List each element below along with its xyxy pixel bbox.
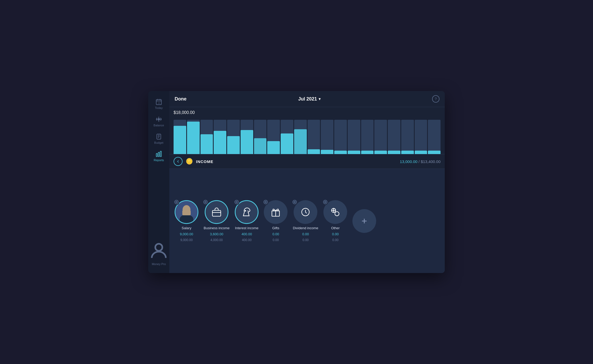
category-value-other: 0.00 xyxy=(332,232,339,236)
category-budget-salary: 9,000.00 xyxy=(180,238,193,242)
category-item-business-income[interactable]: Business income3,600.004,000.00 xyxy=(204,200,229,242)
close-circle-icon xyxy=(263,200,268,204)
category-item-other[interactable]: Other0.000.00 xyxy=(323,200,347,242)
svg-rect-4 xyxy=(156,154,157,157)
category-name-other: Other xyxy=(331,226,340,230)
done-button[interactable]: Done xyxy=(175,96,186,102)
month-selector[interactable]: Jul 2021 ▾ xyxy=(298,96,320,102)
bar-group xyxy=(308,120,320,154)
category-item-dividend-income[interactable]: Dividend income0.000.00 xyxy=(293,200,318,242)
svg-rect-3 xyxy=(157,134,161,139)
bar-group xyxy=(214,120,226,154)
income-label: INCOME xyxy=(196,159,213,164)
sidebar-balance-label: Balance xyxy=(154,124,164,127)
sidebar-item-today[interactable]: 21 Today xyxy=(148,95,169,113)
header: Done Jul 2021 ▾ ? xyxy=(169,91,445,107)
coins-icon xyxy=(330,207,341,218)
income-current: 13,000.00 xyxy=(400,159,418,164)
close-circle-icon xyxy=(174,200,179,204)
plus-icon xyxy=(360,217,368,225)
sidebar-today-label: Today xyxy=(155,106,162,109)
close-circle-icon xyxy=(203,200,208,204)
sidebar-item-balance[interactable]: Balance xyxy=(148,113,169,130)
category-name-salary: Salary xyxy=(182,226,192,230)
svg-text:21: 21 xyxy=(158,102,160,104)
category-budget-dividend-income: 0.00 xyxy=(303,238,309,242)
close-circle-icon xyxy=(234,200,239,204)
bar-group xyxy=(348,120,360,154)
remove-button-dividend-income[interactable] xyxy=(292,199,298,205)
income-section: 🪙 INCOME 13,000.00 / $13,400.00 xyxy=(169,154,445,169)
sidebar-item-moneypro[interactable]: Money Pro xyxy=(148,237,169,269)
remove-button-business-income[interactable] xyxy=(203,199,208,205)
close-circle-icon xyxy=(292,200,297,204)
remove-button-interest-income[interactable] xyxy=(234,199,240,205)
sidebar-budget-label: Budget xyxy=(154,141,164,144)
category-item-interest-income[interactable]: Interest income400.00400.00 xyxy=(235,200,259,242)
category-budget-gifts: 0.00 xyxy=(273,238,279,242)
add-category-button[interactable] xyxy=(352,209,376,233)
remove-button-gifts[interactable] xyxy=(263,199,269,205)
moneypro-label: Money Pro xyxy=(152,262,166,266)
category-value-gifts: 0.00 xyxy=(272,232,279,236)
person-icon xyxy=(148,240,169,261)
reports-icon xyxy=(155,151,162,157)
bar-group xyxy=(415,120,427,154)
bar-group xyxy=(374,120,387,154)
svg-rect-6 xyxy=(160,151,161,157)
category-item-gifts[interactable]: Gifts0.000.00 xyxy=(264,200,288,242)
chart-area: $18,000.00 xyxy=(169,107,445,154)
svg-point-16 xyxy=(245,210,246,211)
remove-button-salary[interactable] xyxy=(174,199,179,205)
category-circle-dividend-income[interactable] xyxy=(294,200,317,224)
help-button[interactable]: ? xyxy=(432,95,439,103)
back-button[interactable] xyxy=(174,157,183,166)
income-icon: 🪙 xyxy=(186,158,193,165)
sidebar-reports-label: Reports xyxy=(154,159,164,162)
svg-rect-5 xyxy=(158,152,159,157)
piggy-icon xyxy=(241,207,252,218)
clock-icon xyxy=(300,207,311,218)
balance-icon xyxy=(155,116,162,123)
bar-group xyxy=(187,120,200,154)
category-value-dividend-income: 0.00 xyxy=(302,232,309,236)
category-circle-business-income[interactable] xyxy=(205,200,228,224)
bar-group xyxy=(174,120,186,154)
income-amounts: 13,000.00 / $13,400.00 xyxy=(400,159,441,164)
category-item-salary[interactable]: Salary9,000.009,000.00 xyxy=(175,200,198,242)
income-separator: / xyxy=(417,159,421,164)
category-budget-interest-income: 400.00 xyxy=(242,238,252,242)
category-name-gifts: Gifts xyxy=(272,226,279,230)
remove-button-other[interactable] xyxy=(322,199,328,205)
bar-group xyxy=(334,120,347,154)
help-icon: ? xyxy=(435,97,437,101)
chart-bars xyxy=(174,117,441,154)
sidebar-item-reports[interactable]: Reports xyxy=(148,147,169,165)
sidebar: 21 Today Balance Budget R xyxy=(148,91,169,273)
main-content: Done Jul 2021 ▾ ? $18,000.00 🪙 INCOME xyxy=(169,91,445,273)
svg-point-23 xyxy=(335,212,339,216)
add-circle[interactable] xyxy=(352,209,376,233)
bar-group xyxy=(321,120,333,154)
briefcase-icon xyxy=(211,207,222,218)
gift-icon xyxy=(270,207,281,218)
category-name-interest-income: Interest income xyxy=(235,226,259,230)
bar-group xyxy=(267,120,280,154)
chart-y-label: $18,000.00 xyxy=(174,110,441,115)
bar-group xyxy=(254,120,267,154)
svg-point-7 xyxy=(155,244,162,251)
bar-group xyxy=(200,120,213,154)
header-title-text: Jul 2021 xyxy=(298,96,317,102)
chevron-down-icon: ▾ xyxy=(319,97,321,101)
calendar-icon: 21 xyxy=(155,98,162,105)
chevron-left-icon xyxy=(176,159,180,164)
category-name-dividend-income: Dividend income xyxy=(293,226,318,230)
svg-rect-12 xyxy=(182,210,191,215)
category-value-business-income: 3,600.00 xyxy=(210,232,223,236)
bar-group xyxy=(241,120,253,154)
bar-group xyxy=(361,120,374,154)
bar-group xyxy=(281,120,293,154)
category-value-interest-income: 400.00 xyxy=(241,232,252,236)
sidebar-item-budget[interactable]: Budget xyxy=(148,130,169,147)
income-budget: $13,400.00 xyxy=(421,159,441,164)
